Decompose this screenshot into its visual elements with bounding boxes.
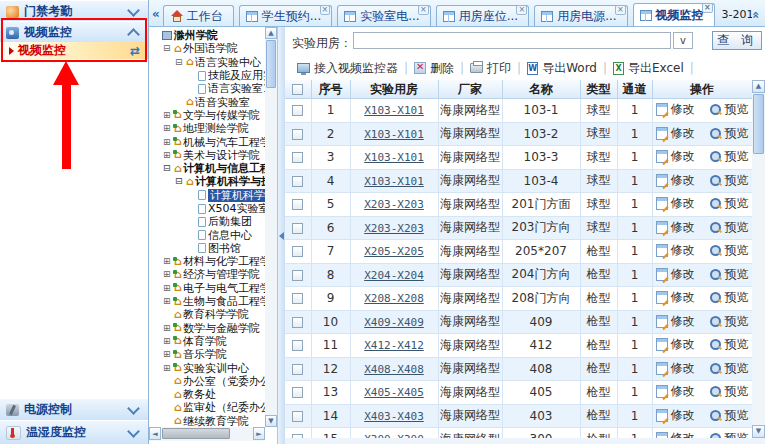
panel-splitter[interactable] — [277, 27, 285, 444]
tree-node[interactable]: ⊞⌂文学与传媒学院 — [149, 109, 265, 122]
preview-button[interactable]: 预览 — [709, 148, 749, 165]
room-link[interactable]: X409-X409 — [364, 316, 424, 329]
edit-button[interactable]: 修改 — [656, 383, 695, 400]
toolbar-button-打印[interactable]: 打印 — [465, 60, 516, 77]
tree-node[interactable]: ⌂监审处（纪委办公室） — [149, 401, 265, 414]
collapse-node-icon[interactable]: ⊟ — [163, 162, 174, 175]
tree-node[interactable]: ⌂继续教育学院 — [149, 415, 265, 427]
preview-button[interactable]: 预览 — [709, 336, 749, 353]
sidebar-section-power[interactable]: 电源控制 — [0, 398, 148, 421]
tree-node[interactable]: ⌂教育科学学院 — [149, 308, 265, 321]
scroll-right-icon[interactable]: ► — [253, 427, 265, 440]
tree-node[interactable]: ⊞⌂音乐学院 — [149, 348, 265, 361]
row-checkbox[interactable] — [292, 199, 303, 210]
tree-node[interactable]: ⊞⌂经济与管理学院 — [149, 268, 265, 281]
collapse-left-icon[interactable]: « — [152, 7, 160, 21]
tree-node[interactable]: ⊟⌂计算机科学与技术系 — [149, 175, 265, 188]
collapse-up-icon[interactable]: « — [749, 11, 763, 19]
edit-button[interactable]: 修改 — [656, 313, 695, 330]
row-checkbox[interactable] — [292, 176, 303, 187]
room-link[interactable]: X412-X412 — [364, 339, 424, 352]
preview-button[interactable]: 预览 — [709, 172, 749, 189]
close-icon[interactable]: × — [320, 5, 331, 15]
tree-node[interactable]: ⊟⌂外国语学院 — [149, 42, 265, 55]
room-link[interactable]: X408-X408 — [364, 363, 424, 376]
room-link[interactable]: X103-X101 — [364, 128, 424, 141]
room-link[interactable]: X208-X208 — [364, 292, 424, 305]
tree-node[interactable]: ⊞⌂材料与化学工程学院 — [149, 255, 265, 268]
collapse-tree-icon[interactable] — [279, 232, 284, 240]
edit-button[interactable]: 修改 — [656, 172, 695, 189]
tree-node[interactable]: 语言实验室1 — [149, 82, 265, 95]
tree-node[interactable]: ⊞⌂机械与汽车工程学院 — [149, 135, 265, 148]
collapse-node-icon[interactable]: ⊟ — [175, 56, 186, 69]
row-checkbox[interactable] — [292, 317, 303, 328]
tree-node[interactable]: 信息中心 — [149, 228, 265, 241]
row-checkbox[interactable] — [292, 340, 303, 351]
collapse-node-icon[interactable]: ⊟ — [163, 42, 174, 55]
tree-node[interactable]: 计算机科学与技 — [149, 189, 265, 202]
edit-button[interactable]: 修改 — [656, 430, 695, 438]
tree-node[interactable]: ⌂语音实验室 — [149, 95, 265, 108]
scroll-down-icon[interactable]: ▼ — [265, 415, 277, 427]
chevron-down-icon[interactable] — [127, 425, 140, 438]
edit-button[interactable]: 修改 — [656, 407, 695, 424]
edit-button[interactable]: 修改 — [656, 125, 695, 142]
row-checkbox[interactable] — [292, 411, 303, 422]
preview-button[interactable]: 预览 — [709, 195, 749, 212]
preview-button[interactable]: 预览 — [709, 430, 749, 438]
toolbar-button-删除[interactable]: 删除 — [409, 60, 459, 77]
edit-button[interactable]: 修改 — [656, 266, 695, 283]
tree-vertical-scrollbar[interactable]: ▲ ▼ — [265, 27, 277, 427]
tree-node[interactable]: ⌂教务处 — [149, 388, 265, 401]
tree-node[interactable]: ⊞⌂体育学院 — [149, 335, 265, 348]
toolbar-button-接入视频监控器[interactable]: 接入视频监控器 — [292, 60, 403, 77]
scroll-left-icon[interactable]: ◄ — [149, 427, 161, 440]
tab-用房座位...[interactable]: 用房座位...× — [436, 5, 529, 26]
edit-button[interactable]: 修改 — [656, 148, 695, 165]
tree-node[interactable]: ⊞⌂数学与金融学院 — [149, 322, 265, 335]
preview-button[interactable]: 预览 — [709, 125, 749, 142]
room-link[interactable]: X205-X205 — [364, 245, 424, 258]
chevron-down-icon[interactable] — [127, 4, 140, 17]
query-button[interactable]: 查 询 — [712, 31, 762, 50]
preview-button[interactable]: 预览 — [709, 383, 749, 400]
tree-node[interactable]: 图书馆 — [149, 242, 265, 255]
scroll-up-icon[interactable]: ▲ — [265, 27, 277, 39]
toolbar-button-导出Excel[interactable]: X导出Excel — [608, 60, 689, 77]
tab-工作台[interactable]: 工作台 — [163, 5, 234, 26]
row-checkbox[interactable] — [292, 129, 303, 140]
tab-学生预约...[interactable]: 学生预约...× — [239, 5, 332, 26]
tree-hscroll-thumb[interactable] — [162, 428, 230, 439]
collapse-node-icon[interactable]: ⊟ — [175, 175, 186, 188]
close-icon[interactable]: × — [702, 3, 713, 13]
room-link[interactable]: X203-X203 — [364, 198, 424, 211]
edit-button[interactable]: 修改 — [656, 219, 695, 236]
room-link[interactable]: X103-X101 — [364, 175, 424, 188]
tree-node[interactable]: ⊞⌂生物与食品工程学院 — [149, 295, 265, 308]
tree-node[interactable]: ⊞⌂地理测绘学院 — [149, 122, 265, 135]
room-link[interactable]: X405-X405 — [364, 386, 424, 399]
tree-horizontal-scrollbar[interactable]: ◄ ► — [149, 427, 265, 441]
tree-node[interactable]: ⌂办公室（党委办公室、机 — [149, 375, 265, 388]
preview-button[interactable]: 预览 — [709, 313, 749, 330]
scroll-up-icon[interactable]: ▲ — [752, 80, 765, 93]
tab-视频监控[interactable]: 视频监控× — [633, 3, 715, 26]
row-checkbox[interactable] — [292, 364, 303, 375]
preview-button[interactable]: 预览 — [709, 360, 749, 377]
preview-button[interactable]: 预览 — [709, 101, 749, 118]
preview-button[interactable]: 预览 — [709, 266, 749, 283]
edit-button[interactable]: 修改 — [656, 289, 695, 306]
row-checkbox[interactable] — [292, 223, 303, 234]
tree-node[interactable]: 后勤集团 — [149, 215, 265, 228]
tree-node[interactable]: 滁州学院 — [149, 29, 265, 42]
close-icon[interactable]: × — [615, 5, 626, 15]
preview-button[interactable]: 预览 — [709, 219, 749, 236]
tree-node[interactable]: ⊞⌂电子与电气工程学院 — [149, 282, 265, 295]
row-checkbox[interactable] — [292, 152, 303, 163]
tree-node[interactable]: ⊟⌂语言实验中心 — [149, 56, 265, 69]
tree-vscroll-thumb[interactable] — [266, 40, 276, 88]
room-link[interactable]: X204-X204 — [364, 269, 424, 282]
tree-node[interactable]: ⊟⌂计算机与信息工程学院 — [149, 162, 265, 175]
row-checkbox[interactable] — [292, 105, 303, 116]
